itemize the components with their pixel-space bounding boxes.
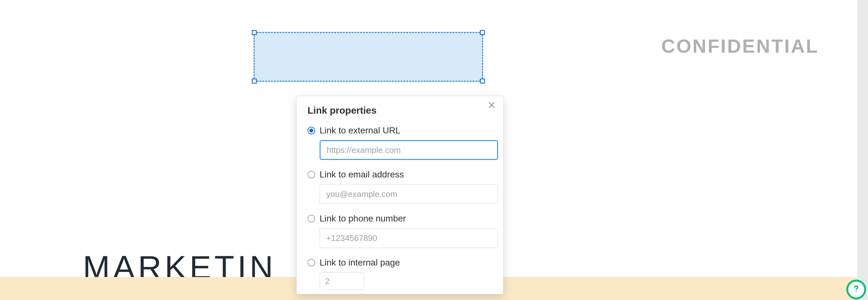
resize-handle-bottom-left[interactable]	[252, 79, 257, 84]
popup-close-button[interactable]	[486, 100, 497, 111]
input-email[interactable]	[320, 184, 498, 204]
input-internal-page[interactable]: 2	[320, 272, 364, 290]
right-scroll-gutter[interactable]	[857, 0, 868, 300]
close-icon	[488, 101, 496, 110]
option-internal-page: Link to internal page 2	[308, 257, 492, 290]
radio-email[interactable]	[308, 171, 315, 179]
label-internal-page: Link to internal page	[320, 257, 400, 268]
help-icon	[851, 283, 861, 296]
radio-phone[interactable]	[308, 215, 315, 222]
help-button[interactable]	[846, 279, 866, 299]
label-email: Link to email address	[320, 169, 404, 180]
label-phone: Link to phone number	[320, 214, 406, 224]
hyperlink-selection-box[interactable]	[254, 32, 483, 82]
input-phone[interactable]	[320, 228, 498, 248]
link-properties-popup: Link properties Link to external URL Lin…	[296, 96, 503, 294]
popup-title: Link properties	[308, 105, 492, 116]
resize-handle-top-right[interactable]	[480, 30, 485, 35]
option-external-url: Link to external URL	[308, 126, 492, 160]
option-phone: Link to phone number	[308, 214, 492, 248]
input-external-url[interactable]	[320, 140, 498, 160]
resize-handle-top-left[interactable]	[252, 30, 257, 35]
svg-point-2	[856, 291, 857, 291]
label-external-url: Link to external URL	[320, 126, 401, 136]
option-email: Link to email address	[308, 169, 492, 204]
radio-internal-page[interactable]	[308, 259, 315, 267]
watermark-text: CONFIDENTIAL	[661, 35, 819, 57]
resize-handle-bottom-right[interactable]	[480, 79, 485, 84]
radio-external-url[interactable]	[308, 127, 315, 134]
